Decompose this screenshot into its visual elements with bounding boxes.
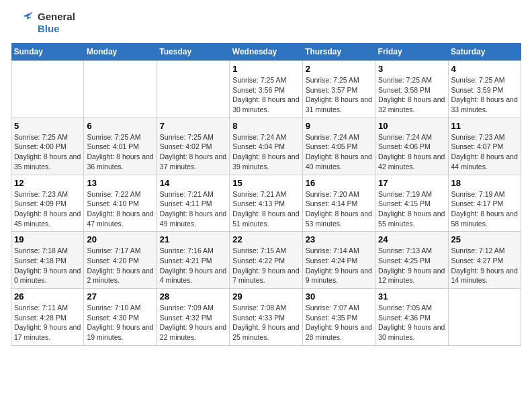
day-info: Sunrise: 7:25 AMSunset: 3:59 PMDaylight:…: [451, 75, 518, 115]
day-number: 14: [160, 178, 226, 188]
day-info: Sunrise: 7:18 AMSunset: 4:18 PMDaylight:…: [14, 246, 81, 285]
day-number: 27: [87, 291, 153, 302]
day-info: Sunrise: 7:25 AMSunset: 3:56 PMDaylight:…: [232, 75, 299, 115]
day-info: Sunrise: 7:23 AMSunset: 4:07 PMDaylight:…: [451, 132, 518, 172]
day-info: Sunrise: 7:13 AMSunset: 4:25 PMDaylight:…: [378, 246, 445, 285]
calendar-day-cell: 15Sunrise: 7:21 AMSunset: 4:13 PMDayligh…: [230, 175, 302, 232]
day-number: 21: [160, 234, 226, 244]
day-number: 3: [378, 64, 445, 74]
day-info: Sunrise: 7:09 AMSunset: 4:32 PMDaylight:…: [160, 303, 226, 342]
day-number: 23: [306, 234, 372, 244]
day-info: Sunrise: 7:08 AMSunset: 4:33 PMDaylight:…: [232, 303, 299, 342]
calendar-day-cell: 24Sunrise: 7:13 AMSunset: 4:25 PMDayligh…: [375, 232, 448, 289]
calendar-day-cell: 21Sunrise: 7:16 AMSunset: 4:21 PMDayligh…: [157, 232, 229, 289]
calendar-empty-cell: [157, 61, 229, 118]
day-info: Sunrise: 7:21 AMSunset: 4:13 PMDaylight:…: [232, 189, 299, 229]
calendar-day-cell: 19Sunrise: 7:18 AMSunset: 4:18 PMDayligh…: [11, 232, 84, 289]
day-number: 30: [306, 291, 372, 302]
calendar-day-cell: 4Sunrise: 7:25 AMSunset: 3:59 PMDaylight…: [448, 61, 521, 118]
day-info: Sunrise: 7:05 AMSunset: 4:36 PMDaylight:…: [378, 303, 445, 342]
day-number: 18: [451, 178, 518, 188]
logo-blue-text: Blue: [38, 23, 60, 34]
calendar-week-row: 5Sunrise: 7:25 AMSunset: 4:00 PMDaylight…: [11, 118, 521, 175]
day-number: 29: [232, 291, 299, 302]
day-number: 25: [451, 234, 518, 244]
weekday-header-sunday: Sunday: [11, 43, 84, 61]
day-number: 28: [160, 291, 226, 302]
calendar-day-cell: 8Sunrise: 7:24 AMSunset: 4:04 PMDaylight…: [230, 118, 302, 175]
day-number: 15: [232, 178, 299, 188]
calendar-day-cell: 2Sunrise: 7:25 AMSunset: 3:57 PMDaylight…: [302, 61, 375, 118]
calendar-day-cell: 18Sunrise: 7:19 AMSunset: 4:17 PMDayligh…: [448, 175, 521, 232]
weekday-header-wednesday: Wednesday: [230, 43, 302, 61]
day-info: Sunrise: 7:23 AMSunset: 4:09 PMDaylight:…: [14, 189, 81, 229]
day-number: 20: [87, 234, 153, 244]
weekday-header-row: SundayMondayTuesdayWednesdayThursdayFrid…: [11, 43, 521, 61]
day-number: 6: [87, 121, 153, 131]
calendar-day-cell: 17Sunrise: 7:19 AMSunset: 4:15 PMDayligh…: [375, 175, 448, 232]
calendar-week-row: 12Sunrise: 7:23 AMSunset: 4:09 PMDayligh…: [11, 175, 521, 232]
calendar-day-cell: 25Sunrise: 7:12 AMSunset: 4:27 PMDayligh…: [448, 232, 521, 289]
day-info: Sunrise: 7:15 AMSunset: 4:22 PMDaylight:…: [232, 246, 299, 285]
calendar-day-cell: 9Sunrise: 7:24 AMSunset: 4:05 PMDaylight…: [302, 118, 375, 175]
day-info: Sunrise: 7:11 AMSunset: 4:28 PMDaylight:…: [14, 303, 81, 342]
day-number: 8: [232, 121, 299, 131]
calendar-empty-cell: [84, 61, 157, 118]
calendar-day-cell: 1Sunrise: 7:25 AMSunset: 3:56 PMDaylight…: [230, 61, 302, 118]
calendar-day-cell: 31Sunrise: 7:05 AMSunset: 4:36 PMDayligh…: [375, 289, 448, 346]
day-number: 1: [232, 64, 299, 74]
day-info: Sunrise: 7:25 AMSunset: 4:00 PMDaylight:…: [14, 132, 81, 172]
calendar-day-cell: 11Sunrise: 7:23 AMSunset: 4:07 PMDayligh…: [448, 118, 521, 175]
day-info: Sunrise: 7:20 AMSunset: 4:14 PMDaylight:…: [306, 189, 372, 229]
day-number: 10: [378, 121, 445, 131]
day-info: Sunrise: 7:19 AMSunset: 4:15 PMDaylight:…: [378, 189, 445, 229]
weekday-header-tuesday: Tuesday: [157, 43, 229, 61]
calendar-week-row: 19Sunrise: 7:18 AMSunset: 4:18 PMDayligh…: [11, 232, 521, 289]
day-number: 5: [14, 121, 81, 131]
calendar-empty-cell: [11, 61, 84, 118]
day-number: 31: [378, 291, 445, 302]
calendar-day-cell: 5Sunrise: 7:25 AMSunset: 4:00 PMDaylight…: [11, 118, 84, 175]
page-header: General Blue: [11, 11, 521, 35]
calendar-day-cell: 10Sunrise: 7:24 AMSunset: 4:06 PMDayligh…: [375, 118, 448, 175]
day-number: 7: [160, 121, 226, 131]
day-number: 24: [378, 234, 445, 244]
calendar-day-cell: 27Sunrise: 7:10 AMSunset: 4:30 PMDayligh…: [84, 289, 157, 346]
day-number: 11: [451, 121, 518, 131]
day-info: Sunrise: 7:16 AMSunset: 4:21 PMDaylight:…: [160, 246, 226, 285]
day-info: Sunrise: 7:10 AMSunset: 4:30 PMDaylight:…: [87, 303, 153, 342]
weekday-header-monday: Monday: [84, 43, 157, 61]
logo-bird-icon: [11, 11, 35, 35]
logo-general-text: General: [38, 11, 75, 22]
calendar-day-cell: 26Sunrise: 7:11 AMSunset: 4:28 PMDayligh…: [11, 289, 84, 346]
day-info: Sunrise: 7:14 AMSunset: 4:24 PMDaylight:…: [306, 246, 372, 285]
calendar-day-cell: 20Sunrise: 7:17 AMSunset: 4:20 PMDayligh…: [84, 232, 157, 289]
calendar-day-cell: 28Sunrise: 7:09 AMSunset: 4:32 PMDayligh…: [157, 289, 229, 346]
calendar-day-cell: 6Sunrise: 7:25 AMSunset: 4:01 PMDaylight…: [84, 118, 157, 175]
weekday-header-friday: Friday: [375, 43, 448, 61]
calendar-day-cell: 30Sunrise: 7:07 AMSunset: 4:35 PMDayligh…: [302, 289, 375, 346]
calendar-day-cell: 14Sunrise: 7:21 AMSunset: 4:11 PMDayligh…: [157, 175, 229, 232]
weekday-header-thursday: Thursday: [302, 43, 375, 61]
weekday-header-saturday: Saturday: [448, 43, 521, 61]
calendar-day-cell: 29Sunrise: 7:08 AMSunset: 4:33 PMDayligh…: [230, 289, 302, 346]
day-number: 4: [451, 64, 518, 74]
day-info: Sunrise: 7:24 AMSunset: 4:04 PMDaylight:…: [232, 132, 299, 172]
calendar-day-cell: 22Sunrise: 7:15 AMSunset: 4:22 PMDayligh…: [230, 232, 302, 289]
day-info: Sunrise: 7:19 AMSunset: 4:17 PMDaylight:…: [451, 189, 518, 229]
day-number: 26: [14, 291, 81, 302]
day-info: Sunrise: 7:25 AMSunset: 3:58 PMDaylight:…: [378, 75, 445, 115]
day-number: 22: [232, 234, 299, 244]
calendar-table: SundayMondayTuesdayWednesdayThursdayFrid…: [11, 43, 521, 346]
day-info: Sunrise: 7:07 AMSunset: 4:35 PMDaylight:…: [306, 303, 372, 342]
day-info: Sunrise: 7:24 AMSunset: 4:06 PMDaylight:…: [378, 132, 445, 172]
calendar-day-cell: 23Sunrise: 7:14 AMSunset: 4:24 PMDayligh…: [302, 232, 375, 289]
logo: General Blue: [11, 11, 75, 35]
day-info: Sunrise: 7:25 AMSunset: 3:57 PMDaylight:…: [306, 75, 372, 115]
calendar-week-row: 26Sunrise: 7:11 AMSunset: 4:28 PMDayligh…: [11, 289, 521, 346]
day-number: 13: [87, 178, 153, 188]
day-number: 9: [306, 121, 372, 131]
day-info: Sunrise: 7:22 AMSunset: 4:10 PMDaylight:…: [87, 189, 153, 229]
calendar-day-cell: 7Sunrise: 7:25 AMSunset: 4:02 PMDaylight…: [157, 118, 229, 175]
day-number: 16: [306, 178, 372, 188]
